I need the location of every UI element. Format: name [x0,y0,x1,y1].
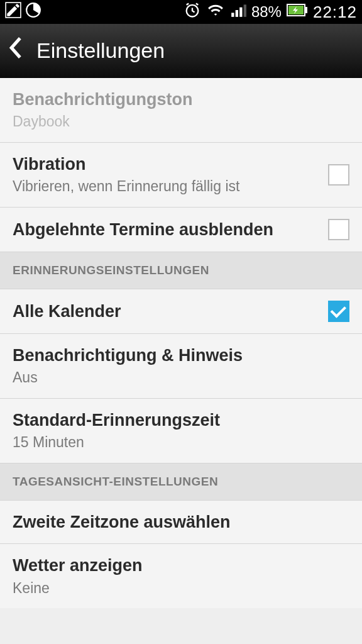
setting-title: Wetter anzeigen [13,555,349,575]
setting-title: Alle Kalender [13,301,328,321]
setting-all-calendars[interactable]: Alle Kalender [0,289,362,334]
setting-title: Vibration [13,154,328,174]
setting-subtitle: Aus [13,369,349,387]
setting-subtitle: 15 Minuten [13,434,349,452]
setting-title: Standard-Erinnerungszeit [13,410,349,430]
alarm-icon [184,1,201,23]
setting-notification-sound[interactable]: Benachrichtigungston Daybook [0,78,362,143]
signal-icon [230,2,246,22]
svg-rect-8 [305,7,307,13]
back-button[interactable] [9,37,23,64]
settings-list: Benachrichtigungston Daybook Vibration V… [0,78,362,608]
setting-show-weather[interactable]: Wetter anzeigen Keine [0,544,362,608]
svg-rect-4 [236,10,238,17]
setting-subtitle: Keine [13,580,349,597]
svg-rect-5 [239,8,242,17]
edit-icon [5,2,21,22]
setting-notification-hint[interactable]: Benachrichtigung & Hinweis Aus [0,334,362,399]
svg-rect-3 [231,13,234,17]
section-reminder-settings: ERINNERUNGSEINSTELLUNGEN [0,252,362,289]
section-dayview-settings: TAGESANSICHT-EINSTELLUNGEN [0,464,362,501]
svg-rect-6 [244,4,246,17]
pie-icon [25,2,41,22]
battery-percent: 88% [251,3,282,21]
status-bar: 88% 22:12 [0,0,362,24]
app-header: Einstellungen [0,24,362,78]
wifi-icon [206,2,225,22]
all-calendars-checkbox[interactable] [328,301,349,322]
setting-title: Benachrichtigungston [13,89,349,109]
page-title: Einstellungen [36,38,165,63]
setting-title: Benachrichtigung & Hinweis [13,345,349,365]
setting-vibration[interactable]: Vibration Vibrieren, wenn Erinnerung fäl… [0,143,362,208]
setting-default-reminder-time[interactable]: Standard-Erinnerungszeit 15 Minuten [0,399,362,464]
setting-subtitle: Vibrieren, wenn Erinnerung fällig ist [13,178,328,196]
setting-title: Abgelehnte Termine ausblenden [13,219,328,240]
hide-declined-checkbox[interactable] [328,219,349,240]
clock-time: 22:12 [313,3,357,22]
setting-subtitle: Daybook [13,113,349,131]
setting-second-timezone[interactable]: Zweite Zeitzone auswählen [0,501,362,544]
battery-charging-icon [287,4,308,20]
setting-title: Zweite Zeitzone auswählen [13,512,349,532]
setting-hide-declined[interactable]: Abgelehnte Termine ausblenden [0,208,362,252]
vibration-checkbox[interactable] [328,164,349,186]
